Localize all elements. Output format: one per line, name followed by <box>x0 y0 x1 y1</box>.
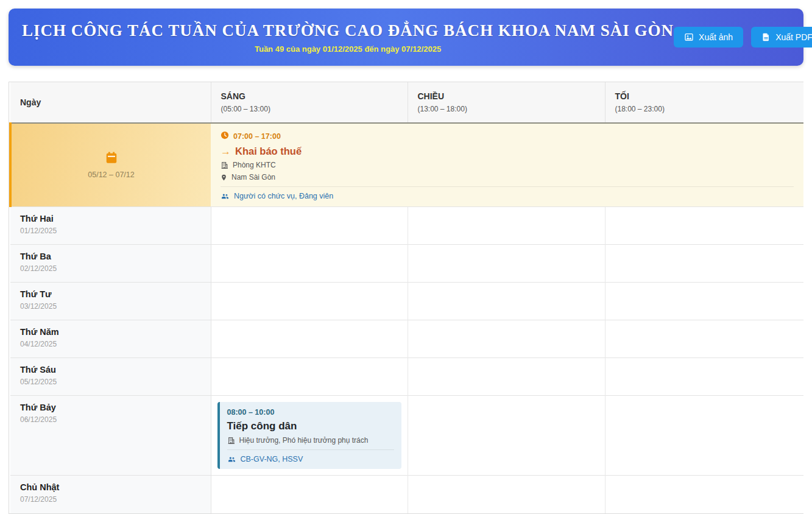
day-cell: Thứ Tư 03/12/2025 <box>10 283 211 320</box>
event-title-line: → Khai báo thuế <box>221 146 794 157</box>
day-cell: Thứ Bảy 06/12/2025 <box>10 396 211 476</box>
table-row-thursday: Thứ Năm 04/12/2025 <box>10 320 803 358</box>
day-date: 05/12/2025 <box>20 378 201 386</box>
day-cell: Chủ Nhật 07/12/2025 <box>10 476 211 513</box>
event-time: 08:00 – 10:00 <box>227 408 394 417</box>
afternoon-cell <box>408 207 605 245</box>
people-icon <box>227 456 236 463</box>
event-location: Nam Sài Gòn <box>231 173 275 181</box>
clock-icon <box>221 131 229 142</box>
pdf-icon <box>761 32 771 42</box>
afternoon-cell <box>408 396 605 476</box>
column-time-range: (13:00 – 18:00) <box>418 105 595 113</box>
multiday-event-cell[interactable]: 07:00 – 17:00 → Khai báo thuế Phòng KHTC <box>211 123 803 207</box>
day-name: Thứ Năm <box>20 327 201 337</box>
morning-cell <box>211 283 408 320</box>
day-name: Chủ Nhật <box>20 482 201 492</box>
morning-cell <box>211 476 408 513</box>
column-label: TỐI <box>615 91 794 101</box>
banner-text-block: LỊCH CÔNG TÁC TUẦN CỦA TRƯỜNG CAO ĐẲNG B… <box>22 21 674 54</box>
day-date: 06/12/2025 <box>20 415 201 424</box>
week-subtitle: Tuần 49 của ngày 01/12/2025 đến ngày 07/… <box>255 44 441 54</box>
morning-cell <box>211 245 408 283</box>
column-time-range: (18:00 – 23:00) <box>615 105 794 113</box>
event-title: Tiếp công dân <box>227 420 394 432</box>
day-name: Thứ Tư <box>20 289 201 299</box>
morning-cell <box>211 358 408 396</box>
column-label: CHIỀU <box>418 91 595 101</box>
location-pin-icon <box>221 174 227 181</box>
day-date: 01/12/2025 <box>20 227 201 235</box>
column-time-range: (05:00 – 13:00) <box>221 105 398 113</box>
day-cell: Thứ Năm 04/12/2025 <box>10 320 211 358</box>
column-header-evening: TỐI (18:00 – 23:00) <box>605 82 803 123</box>
page-title: LỊCH CÔNG TÁC TUẦN CỦA TRƯỜNG CAO ĐẲNG B… <box>22 21 674 40</box>
export-pdf-label: Xuất PDF <box>775 32 812 42</box>
evening-cell <box>605 320 803 358</box>
evening-cell <box>605 283 803 320</box>
multiday-date-cell: 05/12 – 07/12 <box>10 123 211 207</box>
event-host: Phòng KHTC <box>233 161 276 169</box>
people-icon <box>221 192 230 200</box>
day-name: Thứ Bảy <box>20 403 201 412</box>
table-row-wednesday: Thứ Tư 03/12/2025 <box>10 283 803 320</box>
export-image-button[interactable]: Xuất ảnh <box>674 27 743 48</box>
building-icon <box>221 161 228 169</box>
export-image-label: Xuất ảnh <box>699 32 733 42</box>
evening-cell <box>605 207 803 245</box>
event-time: 07:00 – 17:00 <box>233 132 281 141</box>
day-cell: Thứ Sáu 05/12/2025 <box>10 358 211 396</box>
export-pdf-button[interactable]: Xuất PDF <box>751 27 812 48</box>
day-date: 07/12/2025 <box>20 495 201 504</box>
banner-actions: Xuất ảnh Xuất PDF Mã QR <box>674 27 812 48</box>
day-date: 02/12/2025 <box>20 264 201 273</box>
building-icon <box>227 437 235 445</box>
day-cell: Thứ Ba 02/12/2025 <box>10 245 211 283</box>
evening-cell <box>605 245 803 283</box>
afternoon-cell <box>408 320 605 358</box>
table-row-monday: Thứ Hai 01/12/2025 <box>10 207 803 245</box>
day-date: 03/12/2025 <box>20 302 201 311</box>
event-title: Khai báo thuế <box>235 146 302 157</box>
event-participants-line: CB-GV-NG, HSSV <box>227 449 394 463</box>
afternoon-cell <box>408 283 605 320</box>
afternoon-cell <box>408 476 605 513</box>
day-cell: Thứ Hai 01/12/2025 <box>10 207 211 245</box>
multiday-date-range: 05/12 – 07/12 <box>12 171 211 179</box>
day-name: Thứ Hai <box>20 214 201 224</box>
column-header-morning: SÁNG (05:00 – 13:00) <box>211 82 408 123</box>
day-name: Thứ Ba <box>20 252 201 261</box>
day-date: 04/12/2025 <box>20 340 201 348</box>
calendar-icon <box>12 151 211 167</box>
multiday-event-row: 05/12 – 07/12 07:00 – 17:00 → Khai báo t… <box>10 123 803 207</box>
page: LỊCH CÔNG TÁC TUẦN CỦA TRƯỜNG CAO ĐẲNG B… <box>0 0 812 514</box>
table-row-friday: Thứ Sáu 05/12/2025 <box>10 358 803 396</box>
event-card[interactable]: 08:00 – 10:00 Tiếp công dân Hiệu trưởng,… <box>217 402 401 469</box>
schedule-table: Ngày SÁNG (05:00 – 13:00) CHIỀU (13:00 –… <box>9 82 803 514</box>
table-row-tuesday: Thứ Ba 02/12/2025 <box>10 245 803 283</box>
event-host-line: Phòng KHTC <box>221 161 794 169</box>
event-host: Hiệu trưởng, Phó hiệu trưởng phụ trách <box>239 436 369 445</box>
table-row-saturday: Thứ Bảy 06/12/2025 08:00 – 10:00 Tiếp cô… <box>10 396 803 476</box>
column-label: SÁNG <box>221 91 398 101</box>
event-location-line: Nam Sài Gòn <box>221 173 794 181</box>
column-label: Ngày <box>20 97 201 107</box>
column-header-day: Ngày <box>10 82 211 123</box>
event-participants-line: Người có chức vụ, Đảng viên <box>221 186 794 200</box>
evening-cell <box>605 476 803 513</box>
evening-cell <box>605 358 803 396</box>
morning-cell: 08:00 – 10:00 Tiếp công dân Hiệu trưởng,… <box>211 396 408 476</box>
column-header-afternoon: CHIỀU (13:00 – 18:00) <box>408 82 605 123</box>
morning-cell <box>211 320 408 358</box>
morning-cell <box>211 207 408 245</box>
event-participants: CB-GV-NG, HSSV <box>241 455 303 463</box>
event-time-line: 07:00 – 17:00 <box>221 131 794 142</box>
event-host-line: Hiệu trưởng, Phó hiệu trưởng phụ trách <box>227 436 394 445</box>
event-participants: Người có chức vụ, Đảng viên <box>234 192 333 200</box>
table-row-sunday: Chủ Nhật 07/12/2025 <box>10 476 803 513</box>
evening-cell <box>605 396 803 476</box>
header-banner: LỊCH CÔNG TÁC TUẦN CỦA TRƯỜNG CAO ĐẲNG B… <box>9 9 803 66</box>
afternoon-cell <box>408 358 605 396</box>
image-icon <box>684 32 694 42</box>
arrow-right-icon: → <box>221 146 231 157</box>
